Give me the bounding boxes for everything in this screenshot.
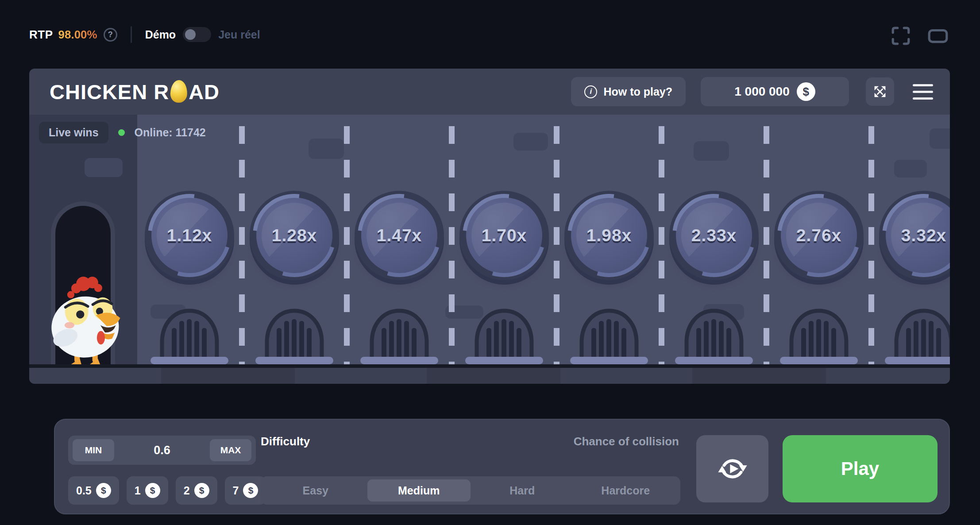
real-money-label: Jeu réel <box>218 28 260 41</box>
sewer-grate-base <box>570 357 648 364</box>
multiplier-pad: 2.76x <box>781 197 857 274</box>
sewer-grate-base <box>150 357 228 364</box>
rtp-value: 98.00% <box>58 28 97 42</box>
difficulty-label: Difficulty <box>261 435 310 448</box>
chicken-road-app: RTP 98.00% ? Démo Jeu réel CHICKEN RAD i… <box>0 0 980 525</box>
coin-icon: $ <box>96 483 111 498</box>
road-patch <box>513 133 548 151</box>
sewer-grate-base <box>360 357 438 364</box>
multiplier-label: 1.12x <box>167 226 212 245</box>
difficulty-tabs: EasyMediumHardHardcore <box>261 476 680 505</box>
toggle-knob <box>185 29 196 40</box>
sewer-grate-base <box>780 357 858 364</box>
multiplier-pad: 1.28x <box>256 197 332 274</box>
chance-of-collision-label: Chance of collision <box>524 435 679 448</box>
bet-amount-box: MIN 0.6 MAX <box>68 436 256 465</box>
game-logo: CHICKEN RAD <box>50 80 220 104</box>
lane-divider <box>764 126 769 364</box>
coin-icon: $ <box>797 82 815 101</box>
difficulty-tab-hardcore[interactable]: Hardcore <box>574 479 678 502</box>
road-patch <box>894 160 927 178</box>
quick-bet-chip-0.5[interactable]: 0.5$ <box>68 476 119 505</box>
road-patch <box>694 141 729 161</box>
multiplier-label: 1.98x <box>586 226 632 245</box>
sewer-grate-icon <box>366 309 432 361</box>
multiplier-pad: 1.70x <box>466 197 542 274</box>
control-panel: MIN 0.6 MAX 0.5$1$2$7$ Difficulty Chance… <box>54 419 950 514</box>
sewer-grate-icon <box>261 309 328 361</box>
curb <box>29 364 950 384</box>
rtp-label: RTP <box>29 28 53 42</box>
multiplier-pad: 2.33x <box>676 197 752 274</box>
lane-divider <box>239 126 245 364</box>
lane-divider <box>554 126 559 364</box>
multiplier-label: 1.70x <box>482 226 527 245</box>
autoplay-cycle-icon <box>717 453 749 485</box>
how-to-play-button[interactable]: i How to play? <box>571 77 686 106</box>
rtp-help-icon[interactable]: ? <box>104 28 117 42</box>
window-controls <box>891 26 949 46</box>
lane-divider <box>449 126 455 364</box>
coin-icon: $ <box>194 483 209 498</box>
sewer-grate-icon <box>891 309 950 361</box>
multiplier-label: 3.32x <box>901 226 947 245</box>
coin-icon: $ <box>243 483 258 498</box>
top-bar: RTP 98.00% ? Démo Jeu réel <box>29 23 260 46</box>
multiplier-label: 2.76x <box>796 226 842 245</box>
chicken-character <box>48 274 127 364</box>
quick-bet-chip-2[interactable]: 2$ <box>176 476 217 505</box>
multiplier-label: 2.33x <box>691 226 737 245</box>
road-patch <box>930 128 950 149</box>
sewer-grate-base <box>255 357 333 364</box>
sewer-grate-base <box>885 357 950 364</box>
multiplier-label: 1.47x <box>377 226 422 245</box>
info-icon: i <box>584 85 597 98</box>
online-counter: Online: 11742 <box>135 126 206 139</box>
balance-display: 1 000 000 $ <box>701 77 849 106</box>
theatre-mode-icon[interactable] <box>927 26 949 46</box>
quick-bet-chip-1[interactable]: 1$ <box>127 476 168 505</box>
autoplay-button[interactable] <box>696 435 768 502</box>
demo-real-toggle[interactable] <box>183 27 211 42</box>
lane-divider <box>344 126 350 364</box>
sewer-grate-base <box>465 357 543 364</box>
online-dot-icon <box>118 129 125 136</box>
divider <box>131 26 132 43</box>
quick-bet-chips: 0.5$1$2$7$ <box>68 476 266 505</box>
game-scene: 1.12x1.28x1.47x1.70x1.98x2.33x2.76x3.32x… <box>29 115 950 364</box>
bet-max-button[interactable]: MAX <box>210 439 251 461</box>
sewer-grate-icon <box>576 309 642 361</box>
sewer-grate-icon <box>471 309 537 361</box>
live-wins-label: Live wins <box>39 122 108 143</box>
game-header: CHICKEN RAD i How to play? 1 000 000 $ <box>29 69 950 115</box>
quick-bet-chip-7[interactable]: 7$ <box>225 476 266 505</box>
road-patch <box>85 158 123 177</box>
multiplier-pad: 1.98x <box>571 197 647 274</box>
sewer-grate-icon <box>786 309 852 361</box>
sewer-grate-base <box>675 357 753 364</box>
game-window: CHICKEN RAD i How to play? 1 000 000 $ <box>29 69 950 384</box>
lane-divider <box>659 126 664 364</box>
sewer-grate-icon <box>156 309 223 361</box>
multiplier-label: 1.28x <box>272 226 317 245</box>
expand-button[interactable] <box>866 77 894 106</box>
difficulty-tab-easy[interactable]: Easy <box>264 479 367 502</box>
sewer-grate-icon <box>681 309 747 361</box>
live-bar: Live wins Online: 11742 <box>39 122 206 143</box>
multiplier-pad: 3.32x <box>886 197 950 274</box>
play-button[interactable]: Play <box>783 435 938 502</box>
demo-label: Démo <box>145 28 176 41</box>
road-patch <box>309 139 344 159</box>
egg-logo-icon <box>170 80 188 103</box>
difficulty-tab-medium[interactable]: Medium <box>367 479 471 502</box>
lane-divider <box>868 126 874 364</box>
coin-icon: $ <box>145 483 160 498</box>
difficulty-tab-hard[interactable]: Hard <box>471 479 574 502</box>
fullscreen-icon[interactable] <box>891 26 911 46</box>
multiplier-pad: 1.47x <box>361 197 437 274</box>
expand-arrows-icon <box>872 83 888 100</box>
menu-button[interactable] <box>913 84 933 100</box>
multiplier-pad: 1.12x <box>151 197 228 274</box>
